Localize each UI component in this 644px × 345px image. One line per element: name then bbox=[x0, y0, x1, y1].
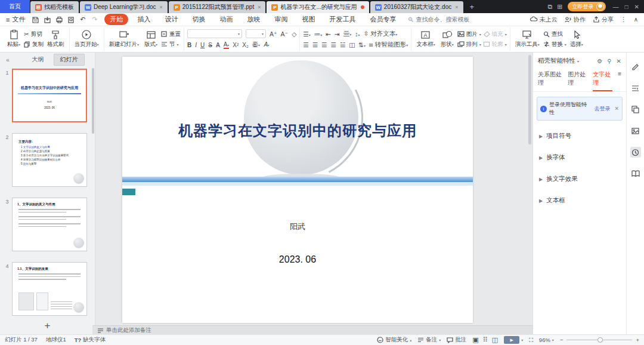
zoom-level[interactable]: 96% ▾ bbox=[539, 337, 554, 343]
picture-button[interactable]: 图片▾ bbox=[457, 30, 481, 38]
pin-icon[interactable]: ⚲ bbox=[607, 58, 611, 64]
font-size-combo[interactable]: ▾ bbox=[246, 29, 266, 38]
replace-button[interactable]: 替换▾ bbox=[543, 41, 566, 48]
notes-button[interactable]: 备注 ▾ bbox=[417, 336, 441, 344]
export-icon[interactable] bbox=[43, 16, 51, 23]
outline-button[interactable]: 轮廓▾ bbox=[483, 41, 507, 48]
fill-button[interactable]: 填充▾ bbox=[483, 30, 507, 38]
char-spacing-icon[interactable]: 亖▾ bbox=[343, 30, 352, 38]
select-button[interactable]: 选择▾ bbox=[568, 30, 585, 48]
feature-change-font[interactable]: ▶换字体 bbox=[533, 147, 626, 168]
selection-pane-icon[interactable] bbox=[630, 104, 641, 115]
slide-thumbnail-2[interactable]: 主要内容: 1 文字识别的意义与作用 2 机器学习的起源与发展 3 基于机器学习… bbox=[12, 133, 87, 187]
slide-sorter-icon[interactable]: ⠿ bbox=[483, 336, 488, 344]
align-right-icon[interactable]: ☰ bbox=[321, 41, 327, 48]
superscript-button[interactable]: X² bbox=[233, 42, 239, 48]
print-icon[interactable] bbox=[55, 16, 63, 23]
menu-view[interactable]: 视图 bbox=[296, 14, 320, 25]
decrease-indent-icon[interactable]: ⇤ bbox=[326, 30, 331, 38]
zoom-in-icon[interactable]: + bbox=[636, 337, 639, 343]
clear-format-icon[interactable]: ◇ bbox=[292, 30, 296, 38]
menu-home[interactable]: 开始 bbox=[104, 14, 128, 25]
close-tab-icon[interactable]: × bbox=[160, 4, 163, 10]
shadow-button[interactable]: A bbox=[216, 42, 220, 48]
menu-devtools[interactable]: 开发工具 bbox=[324, 14, 361, 25]
increase-indent-icon[interactable]: ⇥ bbox=[335, 30, 340, 38]
italic-button[interactable]: I bbox=[195, 42, 197, 48]
numbering-icon[interactable]: ≔▾ bbox=[314, 30, 323, 38]
cut-button[interactable]: ✂剪切 bbox=[24, 30, 44, 38]
bold-button[interactable]: B bbox=[187, 42, 191, 48]
highlight-button[interactable]: 銮▾ bbox=[252, 41, 260, 49]
text-box-button[interactable]: A 文本框▾ bbox=[414, 30, 437, 48]
menu-insert[interactable]: 插入 bbox=[132, 14, 156, 25]
slide-thumbnail-3[interactable]: 1、文字识别的意义与作用 bbox=[12, 198, 87, 251]
paste-button[interactable]: 粘贴▾ bbox=[5, 30, 22, 48]
align-center-icon[interactable]: ☰ bbox=[312, 41, 318, 48]
underline-button[interactable]: U bbox=[200, 42, 205, 48]
smart-graphic-button[interactable]: ⧈ 转智能图形▾ bbox=[369, 41, 408, 49]
reading-view-icon[interactable]: ◫ bbox=[492, 336, 498, 344]
line-spacing-icon[interactable]: ↕▾ bbox=[355, 30, 360, 38]
collapse-panel-icon[interactable]: « bbox=[0, 57, 16, 63]
fit-slide-icon[interactable]: ⛶ bbox=[529, 337, 533, 344]
panel-menu-icon[interactable]: ≡ bbox=[618, 70, 621, 91]
add-slide-button[interactable]: + bbox=[0, 320, 95, 332]
more-options-icon[interactable]: ⋮ bbox=[621, 16, 627, 23]
tab-list-icon[interactable]: ⊞ bbox=[557, 3, 562, 11]
slide-title-text[interactable]: 机器学习在文字识别中的研究与应用 bbox=[122, 121, 473, 140]
arrange-button[interactable]: 排列▾ bbox=[457, 41, 481, 48]
comments-button[interactable]: 批注 bbox=[447, 336, 466, 344]
font-color-button[interactable]: A▾ bbox=[224, 41, 230, 49]
menu-transitions[interactable]: 切换 bbox=[187, 14, 210, 25]
theme-name[interactable]: 地球仪1 bbox=[46, 336, 66, 344]
shapes-button[interactable]: 形状▾ bbox=[439, 30, 456, 48]
close-panel-icon[interactable]: ✕ bbox=[617, 58, 621, 64]
current-slide[interactable]: 机器学习在文字识别中的研究与应用 阳武 2023. 06 bbox=[122, 57, 473, 323]
image-tools-icon[interactable] bbox=[630, 125, 641, 136]
columns-icon[interactable]: ◫ bbox=[349, 41, 355, 48]
share-button[interactable]: 分享 bbox=[593, 16, 614, 24]
search-input[interactable] bbox=[416, 16, 478, 23]
slide-thumbnail-4[interactable]: 1.1、文字识别的发展 bbox=[12, 262, 87, 316]
new-tab-button[interactable]: + bbox=[464, 0, 481, 13]
menu-slideshow[interactable]: 放映 bbox=[242, 14, 265, 25]
canvas-scrollbar[interactable] bbox=[528, 55, 531, 144]
cloud-status[interactable]: 未上云 bbox=[530, 16, 558, 24]
slide-date-text[interactable]: 2023. 06 bbox=[122, 254, 473, 265]
undo-icon[interactable]: ↶ bbox=[79, 16, 86, 23]
align-text-button[interactable]: ⇳ 对齐文本▾ bbox=[364, 30, 398, 38]
tab-image-processing[interactable]: 图片处理 bbox=[568, 70, 587, 91]
para-spacing-icon[interactable]: ⇅▾ bbox=[358, 41, 366, 48]
tab-current-presentation[interactable]: P 机器学习在文...的研究与应用 bbox=[267, 1, 369, 13]
maximize-icon[interactable]: □ bbox=[625, 4, 628, 10]
collapse-ribbon-icon[interactable]: ∧ bbox=[634, 16, 638, 23]
gear-icon[interactable]: ⚙ bbox=[597, 58, 602, 64]
window-switch-icon[interactable]: ⧉ bbox=[547, 3, 552, 11]
tab-deep-learning-doc[interactable]: W Deep Learning学习.doc × bbox=[80, 1, 168, 13]
collaborate-button[interactable]: 协作 bbox=[565, 16, 586, 24]
slide-layout-button[interactable]: 版式▾ bbox=[143, 30, 159, 48]
play-from-current-button[interactable]: 当页开始▾ bbox=[73, 30, 101, 48]
slide-author-text[interactable]: 阳武 bbox=[122, 221, 473, 232]
smart-features-icon[interactable] bbox=[630, 147, 641, 158]
new-slide-button[interactable]: 新建幻灯片▾ bbox=[107, 30, 141, 48]
normal-view-icon[interactable]: ▣ bbox=[472, 336, 478, 344]
close-icon[interactable]: ✕ bbox=[634, 4, 639, 10]
reference-book-icon[interactable] bbox=[630, 168, 641, 179]
tab-budget-ppt[interactable]: P 20151122阳武预算管理.ppt × bbox=[169, 1, 266, 13]
zoom-out-icon[interactable]: − bbox=[560, 337, 564, 343]
command-search[interactable]: 🔍︎ bbox=[407, 16, 478, 23]
animation-pane-icon[interactable] bbox=[630, 82, 641, 93]
distribute-icon[interactable]: ☱ bbox=[340, 41, 345, 48]
redo-icon[interactable]: ↷ bbox=[91, 16, 98, 23]
dismiss-banner-icon[interactable]: ✕ bbox=[614, 106, 619, 112]
panel-title-caret-icon[interactable]: ▾ bbox=[577, 59, 579, 63]
menu-review[interactable]: 审阅 bbox=[269, 14, 293, 25]
feature-text-box[interactable]: ▶文本框 bbox=[533, 190, 626, 211]
home-tab[interactable]: 首页 bbox=[0, 0, 30, 13]
feature-text-effects[interactable]: ▶换文字效果 bbox=[533, 168, 626, 190]
format-painter-button[interactable]: 格式刷 bbox=[45, 30, 66, 48]
properties-icon[interactable] bbox=[630, 61, 641, 72]
increase-font-icon[interactable]: A⁺ bbox=[270, 30, 277, 38]
